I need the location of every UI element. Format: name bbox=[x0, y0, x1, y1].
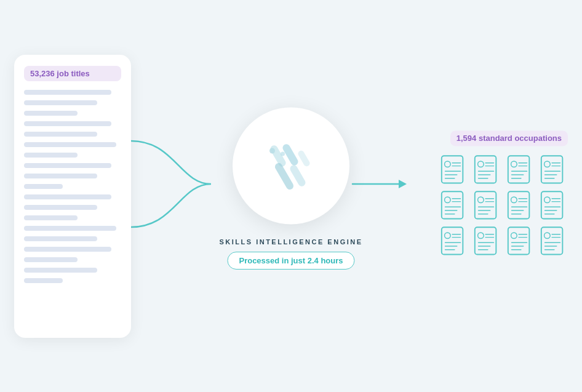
svg-point-10 bbox=[478, 161, 484, 167]
svg-rect-30 bbox=[442, 191, 463, 218]
doc-icon bbox=[440, 154, 467, 184]
left-card: 53,236 job titles bbox=[14, 55, 131, 338]
svg-point-52 bbox=[544, 196, 551, 202]
line-item bbox=[24, 226, 116, 231]
line-item bbox=[24, 111, 78, 116]
svg-point-45 bbox=[511, 196, 517, 202]
svg-rect-2 bbox=[442, 156, 463, 183]
line-item bbox=[24, 121, 111, 126]
svg-rect-51 bbox=[541, 191, 563, 218]
svg-rect-37 bbox=[475, 191, 496, 218]
line-item bbox=[24, 90, 111, 95]
doc-icon bbox=[540, 154, 567, 184]
line-item bbox=[24, 194, 111, 199]
line-item bbox=[24, 247, 111, 252]
line-item bbox=[24, 163, 111, 168]
line-item bbox=[24, 132, 97, 137]
svg-rect-16 bbox=[508, 156, 530, 183]
job-titles-badge: 53,236 job titles bbox=[24, 66, 121, 81]
svg-rect-9 bbox=[475, 156, 496, 183]
doc-icon bbox=[506, 226, 533, 255]
doc-icon bbox=[473, 154, 500, 184]
doc-icon bbox=[440, 190, 467, 220]
line-item bbox=[24, 205, 97, 210]
svg-point-3 bbox=[445, 161, 451, 167]
engine-label-group: SKILLS INTELLIGENCE ENGINE Processed in … bbox=[219, 238, 362, 270]
engine-circle bbox=[233, 107, 349, 224]
engine-title: SKILLS INTELLIGENCE ENGINE bbox=[219, 238, 362, 246]
svg-rect-23 bbox=[541, 156, 563, 183]
line-list bbox=[24, 90, 121, 327]
processed-badge: Processed in just 2.4 hours bbox=[227, 252, 354, 270]
line-item bbox=[24, 184, 63, 189]
doc-icon bbox=[540, 190, 567, 220]
line-item bbox=[24, 257, 78, 262]
line-item bbox=[24, 268, 97, 273]
svg-rect-65 bbox=[475, 227, 496, 254]
line-item bbox=[24, 142, 116, 147]
svg-point-17 bbox=[511, 161, 517, 167]
line-item bbox=[24, 278, 63, 283]
doc-grid bbox=[440, 154, 568, 257]
svg-rect-72 bbox=[508, 227, 530, 254]
doc-icon bbox=[506, 154, 533, 184]
svg-point-59 bbox=[445, 232, 451, 238]
svg-point-31 bbox=[445, 196, 451, 202]
occupations-badge: 1,594 standard occupations bbox=[450, 130, 568, 146]
line-item bbox=[24, 153, 78, 158]
main-scene: 53,236 job titles bbox=[14, 18, 568, 375]
line-item bbox=[24, 236, 97, 241]
svg-point-66 bbox=[478, 232, 484, 238]
svg-rect-79 bbox=[541, 227, 563, 254]
svg-point-38 bbox=[478, 196, 484, 202]
doc-icon bbox=[506, 190, 533, 220]
svg-point-80 bbox=[544, 232, 551, 238]
svg-marker-1 bbox=[399, 180, 407, 188]
svg-point-73 bbox=[511, 232, 517, 238]
doc-icon bbox=[540, 226, 567, 255]
doc-icon bbox=[473, 226, 500, 255]
right-section: 1,594 standard occupations bbox=[440, 130, 568, 257]
svg-point-24 bbox=[544, 161, 551, 167]
line-item bbox=[24, 100, 97, 105]
doc-icon bbox=[440, 226, 467, 255]
skills-icon bbox=[263, 138, 319, 193]
line-item bbox=[24, 174, 97, 178]
svg-rect-44 bbox=[508, 191, 530, 218]
svg-rect-58 bbox=[442, 227, 463, 254]
line-item bbox=[24, 215, 78, 220]
doc-icon bbox=[473, 190, 500, 220]
